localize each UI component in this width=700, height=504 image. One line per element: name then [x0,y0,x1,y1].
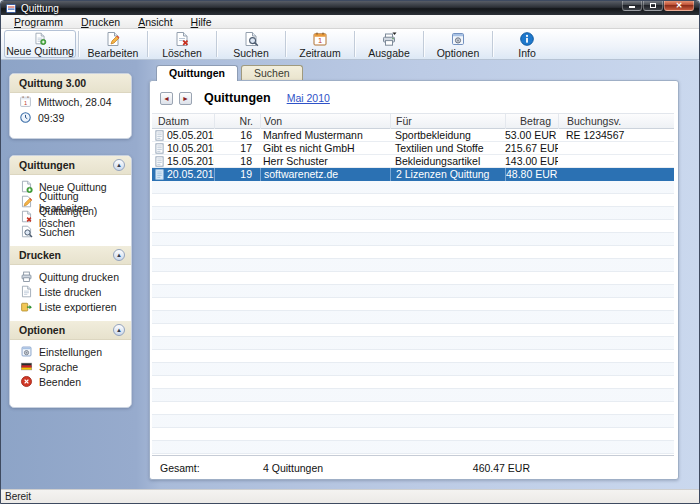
toolbar-separator [285,31,286,57]
sidebar-item-sprache[interactable]: Sprache [10,359,131,374]
table-row[interactable]: 05.05.2010 16 Manfred Mustermann Sportbe… [152,129,674,142]
receipt-doc-icon [155,130,164,141]
close-button[interactable]: ✕ [664,1,694,11]
column-header-betrag[interactable]: Betrag [505,114,558,129]
current-date: Mittwoch, 28.04 [38,96,112,108]
column-header-buchungsv[interactable]: Buchungsv. [558,114,674,129]
toolbar: Neue Quittung Bearbeiten Löschen [1,29,699,60]
collapse-icon[interactable]: ▲ [113,249,125,261]
cell-datum: 20.05.2010 [167,168,214,181]
menu-programm[interactable]: Programm [5,15,72,29]
table-row[interactable]: 15.05.2010 18 Herr Schuster Bekleidungsa… [152,155,674,168]
cell-buchungsv: RE 1234567 [558,129,674,142]
section-header-drucken[interactable]: Drucken ▲ [10,246,131,265]
menu-drucken[interactable]: Drucken [72,15,129,29]
tab-suchen[interactable]: Suchen [241,65,303,81]
toolbar-button-label: Löschen [162,47,202,59]
window-title: Quittung [21,3,59,14]
status-bar: Bereit [1,489,699,503]
app-icon [6,3,17,14]
cell-von: Manfred Mustermann [260,129,390,142]
sidebar-item-liste-drucken[interactable]: Liste drucken [10,284,131,299]
sidebar-item-beenden[interactable]: Beenden [10,374,131,389]
toolbar-button-label: Info [518,47,536,59]
period-link[interactable]: Mai 2010 [287,92,330,104]
section-header-optionen[interactable]: Optionen ▲ [10,321,131,340]
main-area: Quittungen Suchen ◄ ► Quittungen Mai 201… [149,65,679,481]
menu-bar: Programm Drucken Ansicht Hilfe [1,15,699,29]
toolbar-search-button[interactable]: Suchen [218,29,284,59]
column-header-fuer[interactable]: Für [390,114,505,129]
cell-nr: 16 [214,129,260,142]
toolbar-edit-button[interactable]: Bearbeiten [80,29,146,59]
table-row[interactable]: 10.05.2010 17 Gibt es nicht GmbH Textili… [152,142,674,155]
sidebar-item-quittung-drucken[interactable]: Quittung drucken [10,269,131,284]
toolbar-info-button[interactable]: Info [494,29,560,59]
cell-von: Gibt es nicht GmbH [260,142,390,155]
cell-betrag: 48.80 EUR [505,168,558,181]
toolbar-output-button[interactable]: Ausgabe [356,29,422,59]
column-header-nr[interactable]: Nr. [214,114,260,129]
section-title: Quittungen [19,159,75,171]
panel-header: ◄ ► Quittungen Mai 2010 [150,81,678,111]
sidebar-item-einstellungen[interactable]: Einstellungen [10,344,131,359]
maximize-icon [650,3,656,8]
sidebar-item-label: Einstellungen [39,346,102,358]
section-header-quittungen[interactable]: Quittungen ▲ [10,156,131,175]
date-row: 1 Mittwoch, 28.04 [10,93,131,109]
receipt-doc-icon [155,169,164,180]
toolbar-delete-button[interactable]: Löschen [149,29,215,59]
toolbar-period-button[interactable]: 1 Zeitraum [287,29,353,59]
collapse-icon[interactable]: ▲ [113,324,125,336]
tab-quittungen[interactable]: Quittungen [156,65,238,81]
menu-ansicht[interactable]: Ansicht [129,15,181,29]
search-icon [20,225,33,238]
delete-receipt-icon [20,210,33,223]
cell-fuer: 2 Lizenzen Quittung [390,168,505,181]
table-row-selected[interactable]: 20.05.2010 19 softwarenetz.de 2 Lizenzen… [152,168,674,181]
empty-rows-area [152,181,674,455]
toolbar-new-receipt-button[interactable]: Neue Quittung [4,30,76,58]
column-header-datum[interactable]: Datum [152,114,214,129]
toolbar-separator [492,31,493,57]
menu-hilfe[interactable]: Hilfe [182,15,221,29]
next-month-button[interactable]: ► [179,92,192,105]
sidebar-info-header: Quittung 3.00 [10,74,131,93]
sidebar-item-label: Quittung drucken [39,271,119,283]
sidebar-info-panel: Quittung 3.00 1 Mittwoch, 28.04 09:39 [9,73,132,139]
cell-datum: 05.05.2010 [167,129,214,142]
window-controls: ✕ [622,1,694,11]
edit-receipt-icon [20,195,33,208]
toolbar-separator [78,31,79,57]
maximize-button[interactable] [643,1,663,11]
new-receipt-icon [20,180,33,193]
section-title: Drucken [19,249,61,261]
current-time: 09:39 [38,112,64,124]
toolbar-separator [147,31,148,57]
minimize-button[interactable] [622,1,642,11]
search-icon [243,31,259,47]
sidebar-item-label: Beenden [39,376,81,388]
settings-icon [20,345,33,358]
svg-text:1: 1 [24,100,27,106]
app-window: Quittung ✕ Programm Drucken Ansicht Hilf… [0,0,700,504]
settings-icon [450,31,466,47]
toolbar-separator [216,31,217,57]
cell-datum: 15.05.2010 [167,155,214,168]
column-header-von[interactable]: Von [260,114,390,129]
delete-receipt-icon [174,31,190,47]
toolbar-button-label: Bearbeiten [88,47,139,59]
cell-betrag: 215.67 EUR [505,142,558,155]
section-items: Einstellungen Sprache [10,340,131,396]
cell-datum: 10.05.2010 [167,142,214,155]
svg-text:1: 1 [318,36,322,45]
previous-month-button[interactable]: ◄ [160,92,173,105]
sidebar-item-quittung-loeschen[interactable]: Quittung(en) löschen [10,209,131,224]
info-icon [519,31,535,47]
total-amount: 460.47 EUR [390,462,558,474]
receipt-count: 4 Quittungen [260,462,390,474]
toolbar-options-button[interactable]: Optionen [425,29,491,59]
sidebar-item-liste-exportieren[interactable]: Liste exportieren [10,299,131,314]
collapse-icon[interactable]: ▲ [113,159,125,171]
section-title: Optionen [19,324,65,336]
